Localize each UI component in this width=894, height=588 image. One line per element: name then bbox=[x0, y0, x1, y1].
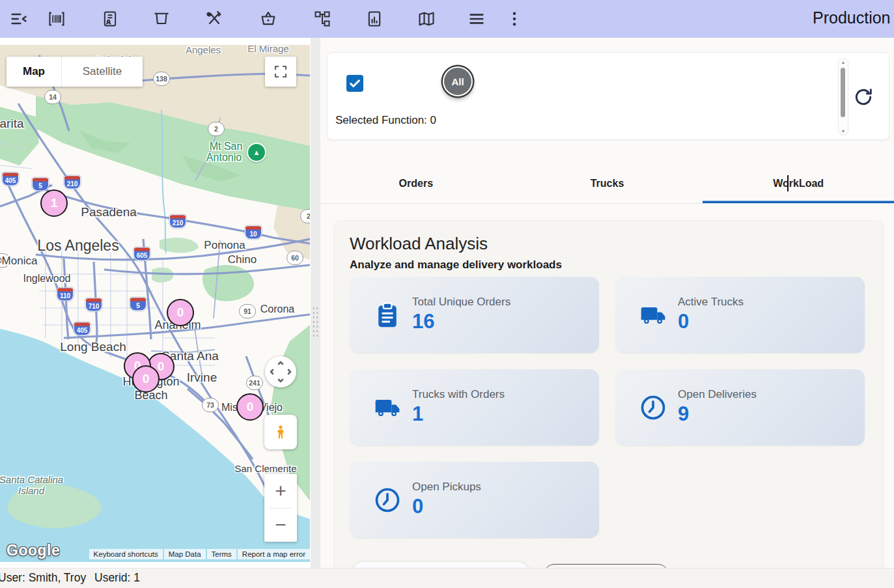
app-window: Production bbox=[0, 0, 894, 588]
stat-card: Total Unique Orders 16 bbox=[350, 277, 599, 353]
map-label: Santa Catalina bbox=[0, 474, 63, 485]
interstate-shield: 710 bbox=[85, 298, 102, 312]
zoom-out-button[interactable]: − bbox=[264, 509, 297, 542]
shield-band bbox=[245, 227, 261, 230]
stat-card-value: 1 bbox=[412, 402, 423, 426]
shield-band bbox=[74, 323, 90, 326]
pegman-icon[interactable] bbox=[264, 415, 297, 449]
basket-icon[interactable] bbox=[258, 8, 279, 29]
status-userid-label: Userid: 1 bbox=[94, 571, 140, 585]
collapse-menu-icon[interactable] bbox=[8, 8, 29, 29]
route-shield: 91 bbox=[239, 304, 256, 318]
interstate-shield: 605 bbox=[133, 247, 150, 261]
fullscreen-icon[interactable] bbox=[265, 57, 296, 87]
stat-card: Active Trucks 0 bbox=[615, 277, 865, 353]
scrollbar-thumb[interactable] bbox=[841, 68, 845, 117]
stat-card-value: 9 bbox=[678, 402, 689, 426]
map-type-satellite-button[interactable]: Satellite bbox=[62, 57, 143, 87]
function-selector-card: All Selected Function: 0 ▲ ▼ bbox=[327, 52, 889, 140]
tab-bar: OrdersTrucksWorkLoad bbox=[320, 164, 894, 204]
tab-workload[interactable]: WorkLoad bbox=[703, 164, 894, 203]
route-shield: 60 bbox=[286, 251, 303, 265]
tab-orders[interactable]: Orders bbox=[320, 164, 512, 203]
truck-icon bbox=[373, 393, 402, 422]
map-label: Island bbox=[18, 485, 44, 496]
shield-band bbox=[130, 298, 146, 301]
interstate-shield: 110 bbox=[57, 288, 74, 301]
zoom-control: + − bbox=[264, 474, 297, 542]
container-icon[interactable] bbox=[151, 8, 172, 29]
splitter-grip-icon bbox=[312, 306, 319, 339]
tab-trucks[interactable]: Trucks bbox=[512, 164, 703, 203]
select-all-checkbox[interactable] bbox=[346, 75, 363, 92]
shield-band bbox=[86, 299, 102, 302]
map-label: Chino bbox=[228, 253, 257, 266]
stat-card-label: Trucks with Orders bbox=[412, 388, 505, 401]
stat-card-value: 0 bbox=[678, 310, 689, 333]
refresh-icon[interactable] bbox=[852, 85, 875, 109]
status-user-label: User: Smith, Troy bbox=[0, 571, 86, 585]
map-attribution-bar: Keyboard shortcutsMap DataTermsReport a … bbox=[89, 549, 310, 559]
tools-icon[interactable] bbox=[204, 8, 225, 29]
map-footer-link[interactable]: Keyboard shortcuts bbox=[89, 549, 163, 559]
map-label: Pomona bbox=[204, 239, 245, 252]
map-label: Long Beach bbox=[60, 340, 126, 354]
tab-label: Orders bbox=[399, 178, 433, 189]
scroll-up-icon[interactable]: ▲ bbox=[839, 60, 848, 64]
map-label: Mt San bbox=[210, 141, 243, 152]
kebab-icon[interactable] bbox=[504, 8, 525, 29]
clipboard-icon bbox=[373, 301, 402, 329]
map-label: Inglewood bbox=[23, 273, 71, 285]
map-footer-link[interactable]: Map Data bbox=[164, 549, 206, 559]
all-function-button[interactable]: All bbox=[443, 66, 473, 96]
menu-icon[interactable] bbox=[466, 8, 487, 29]
document-user-icon[interactable] bbox=[100, 8, 120, 29]
bottom-action-button-1[interactable] bbox=[352, 562, 529, 568]
shield-band bbox=[33, 178, 48, 182]
cluster-marker[interactable]: 0 bbox=[236, 393, 264, 421]
map-label: Monica bbox=[2, 255, 38, 268]
route-shield: 138 bbox=[153, 72, 170, 86]
workload-subtitle: Analyze and manage delivery workloads bbox=[350, 259, 562, 272]
map-label: Irvine bbox=[187, 371, 217, 385]
cluster-marker[interactable]: 0 bbox=[167, 299, 194, 326]
stat-card: Trucks with Orders 1 bbox=[350, 369, 599, 445]
stat-card: Open Deliveries 9 bbox=[615, 369, 865, 445]
cluster-marker[interactable]: 0 bbox=[132, 365, 160, 393]
report-chart-icon[interactable] bbox=[364, 8, 385, 29]
stat-card-grid: Total Unique Orders 16 Active Trucks 0 T… bbox=[350, 277, 865, 538]
map-footer-link[interactable]: Report a map error bbox=[238, 549, 310, 559]
scroll-down-icon[interactable]: ▼ bbox=[839, 129, 848, 133]
function-scrollbar[interactable]: ▲ ▼ bbox=[838, 58, 848, 135]
stat-card-label: Total Unique Orders bbox=[412, 296, 510, 309]
map-icon[interactable] bbox=[416, 8, 437, 29]
truck-icon bbox=[639, 301, 667, 329]
map-label: Los Angeles bbox=[37, 237, 119, 255]
map-label: Pasadena bbox=[81, 205, 137, 219]
stat-card-label: Active Trucks bbox=[678, 296, 744, 309]
environment-label: Production bbox=[813, 8, 891, 27]
route-shield: 2 bbox=[208, 122, 225, 136]
google-logo[interactable]: Google bbox=[7, 542, 60, 559]
map-footer-link[interactable]: Terms bbox=[207, 549, 236, 559]
map-canvas[interactable]: PalmdaleAngelesEl MiragearitaMt SanAnton… bbox=[0, 45, 310, 562]
interstate-shield: 5 bbox=[32, 178, 49, 191]
map-type-map-button[interactable]: Map bbox=[7, 57, 62, 87]
shield-band bbox=[134, 248, 150, 251]
tab-label: WorkLoad bbox=[773, 178, 824, 189]
pan-control-icon[interactable] bbox=[265, 356, 296, 387]
cluster-marker[interactable]: 1 bbox=[40, 189, 68, 217]
clock-icon bbox=[373, 486, 402, 514]
route-shield: 73 bbox=[202, 398, 219, 412]
zoom-in-button[interactable]: + bbox=[264, 474, 297, 508]
barcode-scan-icon[interactable] bbox=[46, 8, 67, 29]
panel-splitter[interactable] bbox=[311, 38, 320, 568]
workload-analysis-panel: Workload Analysis Analyze and manage del… bbox=[333, 220, 884, 568]
interstate-shield: 5 bbox=[130, 298, 147, 311]
interstate-shield: 405 bbox=[2, 173, 19, 186]
right-panel: All Selected Function: 0 ▲ ▼ OrdersTruck… bbox=[320, 38, 894, 568]
clock-icon bbox=[639, 393, 667, 422]
map-label: Corona bbox=[260, 303, 294, 315]
selected-function-label: Selected Function: 0 bbox=[335, 114, 436, 127]
workflow-icon[interactable] bbox=[312, 8, 333, 29]
